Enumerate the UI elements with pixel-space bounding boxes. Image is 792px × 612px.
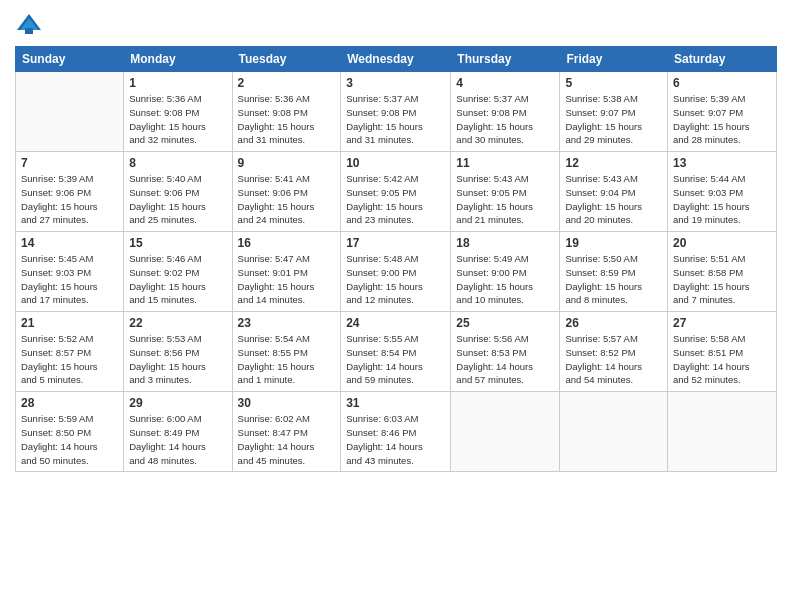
day-number: 9 xyxy=(238,156,336,170)
day-cell: 3Sunrise: 5:37 AMSunset: 9:08 PMDaylight… xyxy=(341,72,451,152)
logo-icon xyxy=(15,10,43,38)
day-number: 23 xyxy=(238,316,336,330)
day-number: 2 xyxy=(238,76,336,90)
day-info: Sunrise: 5:45 AMSunset: 9:03 PMDaylight:… xyxy=(21,252,118,307)
day-header-thursday: Thursday xyxy=(451,47,560,72)
day-info: Sunrise: 5:39 AMSunset: 9:06 PMDaylight:… xyxy=(21,172,118,227)
day-cell: 28Sunrise: 5:59 AMSunset: 8:50 PMDayligh… xyxy=(16,392,124,472)
day-number: 26 xyxy=(565,316,662,330)
week-row-5: 28Sunrise: 5:59 AMSunset: 8:50 PMDayligh… xyxy=(16,392,777,472)
day-cell: 23Sunrise: 5:54 AMSunset: 8:55 PMDayligh… xyxy=(232,312,341,392)
day-number: 18 xyxy=(456,236,554,250)
day-number: 15 xyxy=(129,236,226,250)
day-number: 19 xyxy=(565,236,662,250)
day-info: Sunrise: 5:50 AMSunset: 8:59 PMDaylight:… xyxy=(565,252,662,307)
day-info: Sunrise: 5:51 AMSunset: 8:58 PMDaylight:… xyxy=(673,252,771,307)
day-info: Sunrise: 6:02 AMSunset: 8:47 PMDaylight:… xyxy=(238,412,336,467)
day-number: 14 xyxy=(21,236,118,250)
day-number: 11 xyxy=(456,156,554,170)
page: SundayMondayTuesdayWednesdayThursdayFrid… xyxy=(0,0,792,612)
day-info: Sunrise: 5:46 AMSunset: 9:02 PMDaylight:… xyxy=(129,252,226,307)
day-info: Sunrise: 5:49 AMSunset: 9:00 PMDaylight:… xyxy=(456,252,554,307)
day-info: Sunrise: 5:43 AMSunset: 9:05 PMDaylight:… xyxy=(456,172,554,227)
day-number: 24 xyxy=(346,316,445,330)
day-cell: 13Sunrise: 5:44 AMSunset: 9:03 PMDayligh… xyxy=(668,152,777,232)
day-cell: 31Sunrise: 6:03 AMSunset: 8:46 PMDayligh… xyxy=(341,392,451,472)
day-number: 17 xyxy=(346,236,445,250)
day-cell: 7Sunrise: 5:39 AMSunset: 9:06 PMDaylight… xyxy=(16,152,124,232)
day-cell: 26Sunrise: 5:57 AMSunset: 8:52 PMDayligh… xyxy=(560,312,668,392)
day-number: 30 xyxy=(238,396,336,410)
day-number: 1 xyxy=(129,76,226,90)
day-info: Sunrise: 5:37 AMSunset: 9:08 PMDaylight:… xyxy=(346,92,445,147)
day-info: Sunrise: 5:57 AMSunset: 8:52 PMDaylight:… xyxy=(565,332,662,387)
day-info: Sunrise: 5:36 AMSunset: 9:08 PMDaylight:… xyxy=(238,92,336,147)
day-info: Sunrise: 5:47 AMSunset: 9:01 PMDaylight:… xyxy=(238,252,336,307)
day-cell: 20Sunrise: 5:51 AMSunset: 8:58 PMDayligh… xyxy=(668,232,777,312)
day-number: 29 xyxy=(129,396,226,410)
day-info: Sunrise: 5:53 AMSunset: 8:56 PMDaylight:… xyxy=(129,332,226,387)
day-number: 4 xyxy=(456,76,554,90)
day-number: 25 xyxy=(456,316,554,330)
day-cell: 10Sunrise: 5:42 AMSunset: 9:05 PMDayligh… xyxy=(341,152,451,232)
day-header-monday: Monday xyxy=(124,47,232,72)
day-cell xyxy=(451,392,560,472)
day-number: 20 xyxy=(673,236,771,250)
day-number: 3 xyxy=(346,76,445,90)
day-info: Sunrise: 5:42 AMSunset: 9:05 PMDaylight:… xyxy=(346,172,445,227)
day-cell: 21Sunrise: 5:52 AMSunset: 8:57 PMDayligh… xyxy=(16,312,124,392)
day-cell: 8Sunrise: 5:40 AMSunset: 9:06 PMDaylight… xyxy=(124,152,232,232)
day-cell: 12Sunrise: 5:43 AMSunset: 9:04 PMDayligh… xyxy=(560,152,668,232)
day-info: Sunrise: 5:48 AMSunset: 9:00 PMDaylight:… xyxy=(346,252,445,307)
day-info: Sunrise: 5:36 AMSunset: 9:08 PMDaylight:… xyxy=(129,92,226,147)
day-number: 28 xyxy=(21,396,118,410)
day-header-tuesday: Tuesday xyxy=(232,47,341,72)
day-cell: 14Sunrise: 5:45 AMSunset: 9:03 PMDayligh… xyxy=(16,232,124,312)
header xyxy=(15,10,777,38)
day-cell: 19Sunrise: 5:50 AMSunset: 8:59 PMDayligh… xyxy=(560,232,668,312)
week-row-1: 1Sunrise: 5:36 AMSunset: 9:08 PMDaylight… xyxy=(16,72,777,152)
logo xyxy=(15,10,47,38)
day-number: 13 xyxy=(673,156,771,170)
day-cell: 22Sunrise: 5:53 AMSunset: 8:56 PMDayligh… xyxy=(124,312,232,392)
day-cell: 30Sunrise: 6:02 AMSunset: 8:47 PMDayligh… xyxy=(232,392,341,472)
day-info: Sunrise: 5:40 AMSunset: 9:06 PMDaylight:… xyxy=(129,172,226,227)
day-cell: 29Sunrise: 6:00 AMSunset: 8:49 PMDayligh… xyxy=(124,392,232,472)
day-cell: 4Sunrise: 5:37 AMSunset: 9:08 PMDaylight… xyxy=(451,72,560,152)
day-info: Sunrise: 6:03 AMSunset: 8:46 PMDaylight:… xyxy=(346,412,445,467)
day-cell: 2Sunrise: 5:36 AMSunset: 9:08 PMDaylight… xyxy=(232,72,341,152)
day-cell: 17Sunrise: 5:48 AMSunset: 9:00 PMDayligh… xyxy=(341,232,451,312)
day-header-saturday: Saturday xyxy=(668,47,777,72)
day-cell: 27Sunrise: 5:58 AMSunset: 8:51 PMDayligh… xyxy=(668,312,777,392)
day-number: 6 xyxy=(673,76,771,90)
day-cell: 16Sunrise: 5:47 AMSunset: 9:01 PMDayligh… xyxy=(232,232,341,312)
day-cell: 18Sunrise: 5:49 AMSunset: 9:00 PMDayligh… xyxy=(451,232,560,312)
day-info: Sunrise: 5:41 AMSunset: 9:06 PMDaylight:… xyxy=(238,172,336,227)
day-number: 31 xyxy=(346,396,445,410)
day-info: Sunrise: 5:58 AMSunset: 8:51 PMDaylight:… xyxy=(673,332,771,387)
day-info: Sunrise: 5:56 AMSunset: 8:53 PMDaylight:… xyxy=(456,332,554,387)
day-info: Sunrise: 5:37 AMSunset: 9:08 PMDaylight:… xyxy=(456,92,554,147)
day-cell: 9Sunrise: 5:41 AMSunset: 9:06 PMDaylight… xyxy=(232,152,341,232)
week-row-3: 14Sunrise: 5:45 AMSunset: 9:03 PMDayligh… xyxy=(16,232,777,312)
day-info: Sunrise: 5:43 AMSunset: 9:04 PMDaylight:… xyxy=(565,172,662,227)
header-row: SundayMondayTuesdayWednesdayThursdayFrid… xyxy=(16,47,777,72)
day-info: Sunrise: 5:59 AMSunset: 8:50 PMDaylight:… xyxy=(21,412,118,467)
day-number: 16 xyxy=(238,236,336,250)
day-info: Sunrise: 5:39 AMSunset: 9:07 PMDaylight:… xyxy=(673,92,771,147)
day-cell: 25Sunrise: 5:56 AMSunset: 8:53 PMDayligh… xyxy=(451,312,560,392)
day-cell xyxy=(16,72,124,152)
day-number: 8 xyxy=(129,156,226,170)
day-number: 27 xyxy=(673,316,771,330)
day-number: 12 xyxy=(565,156,662,170)
day-cell: 24Sunrise: 5:55 AMSunset: 8:54 PMDayligh… xyxy=(341,312,451,392)
calendar: SundayMondayTuesdayWednesdayThursdayFrid… xyxy=(15,46,777,472)
day-cell: 1Sunrise: 5:36 AMSunset: 9:08 PMDaylight… xyxy=(124,72,232,152)
day-number: 5 xyxy=(565,76,662,90)
day-info: Sunrise: 5:38 AMSunset: 9:07 PMDaylight:… xyxy=(565,92,662,147)
day-header-wednesday: Wednesday xyxy=(341,47,451,72)
day-info: Sunrise: 5:54 AMSunset: 8:55 PMDaylight:… xyxy=(238,332,336,387)
day-info: Sunrise: 5:44 AMSunset: 9:03 PMDaylight:… xyxy=(673,172,771,227)
day-cell: 11Sunrise: 5:43 AMSunset: 9:05 PMDayligh… xyxy=(451,152,560,232)
day-cell: 15Sunrise: 5:46 AMSunset: 9:02 PMDayligh… xyxy=(124,232,232,312)
